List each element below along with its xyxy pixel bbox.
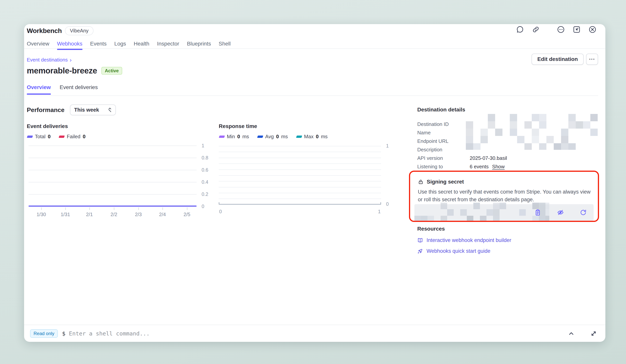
signing-secret-annotation-box: Signing secret Use this secret to verify… [409, 171, 599, 222]
chart-legend-response-time: Min0ms Avg0ms Max0ms [219, 134, 328, 140]
tab-overview[interactable]: Overview [27, 41, 49, 49]
chart-legend-event-deliveries: Total0 Failed0 [27, 134, 85, 140]
reveal-icon[interactable] [557, 209, 564, 216]
shell-command-input[interactable]: $ Enter a shell command... [62, 330, 567, 337]
tab-logs[interactable]: Logs [114, 41, 126, 49]
listening-to-value: 6 events [470, 164, 489, 170]
webhook-endpoint-builder-link[interactable]: Interactive webhook endpoint builder [417, 237, 511, 243]
signing-secret-heading: Signing secret [427, 179, 464, 185]
legend-total: Total0 [27, 134, 50, 140]
redacted-signing-secret [414, 203, 549, 221]
signing-secret-description: Use this secret to verify that events co… [418, 188, 594, 203]
rocket-icon [417, 248, 423, 254]
breadcrumb-label[interactable]: Event destinations [27, 57, 68, 63]
app-title: Workbench [27, 27, 62, 35]
close-icon[interactable] [588, 25, 597, 34]
performance-heading: Performance [27, 106, 65, 114]
event-deliveries-plot: 1 0.8 0.6 0.4 0.2 0 1/30 1/31 2/1 2/2 2/… [29, 146, 196, 206]
tab-event-deliveries[interactable]: Event deliveries [60, 84, 98, 94]
page-title: memorable-breeze [27, 66, 97, 75]
redacted-destination-values [466, 114, 601, 150]
link-icon[interactable] [531, 25, 540, 34]
legend-max: Max0ms [296, 134, 328, 140]
x-axis-line [219, 204, 381, 204]
edit-destination-button[interactable]: Edit destination [532, 54, 584, 65]
more-icon[interactable] [556, 25, 565, 34]
resources-heading: Resources [417, 226, 445, 232]
copy-icon[interactable] [534, 209, 542, 216]
shell-placeholder: Enter a shell command... [69, 330, 150, 337]
total-series-line [29, 205, 196, 207]
tab-webhooks[interactable]: Webhooks [57, 41, 82, 49]
readonly-badge: Read only [30, 329, 58, 338]
tab-events[interactable]: Events [90, 41, 107, 49]
legend-swatch-max [296, 135, 302, 138]
shell-prompt: $ [62, 330, 65, 337]
minimize-icon[interactable] [572, 25, 581, 34]
destination-tabs: Overview Event deliveries [27, 82, 598, 96]
book-icon [417, 238, 423, 243]
chat-icon[interactable] [515, 25, 524, 34]
tab-blueprints[interactable]: Blueprints [187, 41, 211, 49]
legend-min: Min0ms [219, 134, 249, 140]
chevron-right-icon: › [70, 57, 72, 62]
legend-avg: Avg0ms [258, 134, 288, 140]
shell-bar: Read only $ Enter a shell command... [24, 325, 605, 342]
legend-failed: Failed0 [59, 134, 85, 140]
environment-badge: VibeAny [65, 26, 93, 35]
breadcrumb[interactable]: Event destinations › [27, 57, 72, 63]
chart-title-event-deliveries: Event deliveries [27, 123, 68, 129]
tab-destination-overview[interactable]: Overview [27, 84, 51, 94]
legend-swatch-total [27, 135, 33, 138]
tab-health[interactable]: Health [134, 41, 149, 49]
webhooks-quick-start-link[interactable]: Webhooks quick start guide [417, 248, 490, 254]
signing-secret-value-bar [414, 204, 594, 221]
roll-icon[interactable] [579, 209, 587, 216]
expand-shell-icon[interactable] [589, 329, 598, 338]
date-range-value: This week [74, 107, 99, 113]
select-chevrons-icon [107, 107, 112, 113]
legend-swatch-failed [59, 135, 65, 138]
status-badge: Active [101, 67, 122, 75]
tab-inspector[interactable]: Inspector [157, 41, 179, 49]
legend-swatch-avg [257, 135, 263, 138]
tab-shell[interactable]: Shell [219, 41, 231, 49]
show-events-link[interactable]: Show [492, 164, 505, 170]
response-time-plot: 1 0 0 1 [219, 146, 381, 204]
more-actions-button[interactable]: ··· [586, 54, 598, 65]
lock-icon [418, 179, 424, 185]
workbench-window: Workbench VibeAny Overview Webhooks Even… [24, 24, 605, 342]
destination-details-heading: Destination details [417, 107, 465, 113]
workbench-nav: Overview Webhooks Events Logs Health Ins… [24, 41, 605, 49]
date-range-select[interactable]: This week [70, 105, 116, 115]
collapse-shell-icon[interactable] [567, 329, 576, 338]
api-version-value: 2025-07-30.basil [470, 155, 507, 161]
legend-swatch-min [219, 135, 225, 138]
chart-title-response-time: Response time [219, 123, 257, 129]
